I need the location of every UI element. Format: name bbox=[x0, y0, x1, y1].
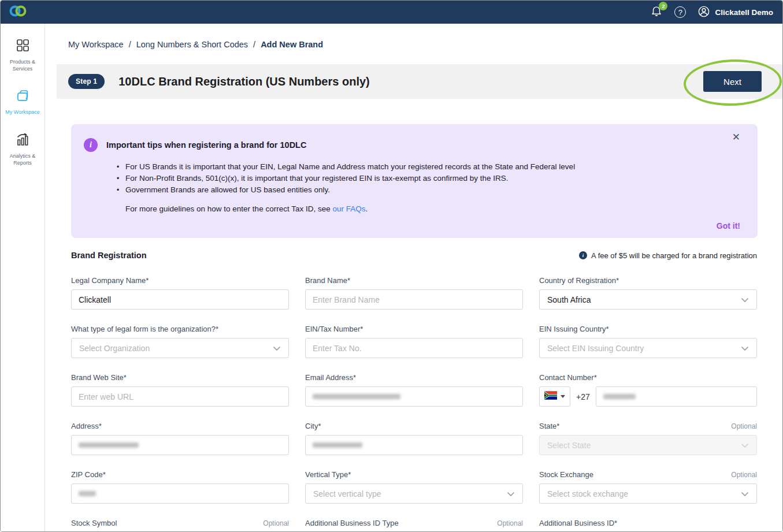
avatar-icon bbox=[697, 5, 710, 20]
select-placeholder: Select State bbox=[547, 441, 591, 450]
field-stock-symbol: Stock Symbol Optional bbox=[71, 519, 289, 531]
contact-number-input[interactable] bbox=[596, 386, 757, 407]
brand-name-input[interactable] bbox=[305, 289, 523, 310]
select-placeholder: Select vertical type bbox=[313, 489, 381, 498]
field-additional-business-id: Additional Business ID* bbox=[539, 519, 757, 531]
left-sidebar: Products & Services My Workspace bbox=[1, 24, 45, 531]
sidebar-item-products-services[interactable]: Products & Services bbox=[1, 38, 44, 72]
banner-bullet: For US Brands it is important that your … bbox=[116, 161, 723, 173]
breadcrumb-my-workspace[interactable]: My Workspace bbox=[68, 40, 124, 49]
chevron-down-icon bbox=[741, 344, 749, 353]
field-state: State* Optional Select State bbox=[539, 422, 757, 455]
dial-code: +27 bbox=[576, 392, 590, 401]
redacted-value bbox=[79, 491, 96, 496]
stock-exchange-select[interactable]: Select stock exchange bbox=[539, 483, 757, 504]
notification-count-badge: 2 bbox=[659, 2, 667, 10]
grid-icon bbox=[15, 38, 31, 55]
legal-company-name-input[interactable] bbox=[71, 289, 289, 310]
top-navigation-bar: 2 ? Clickatell Demo bbox=[1, 1, 782, 24]
breadcrumb-long-numbers[interactable]: Long Numbers & Short Codes bbox=[136, 40, 248, 49]
banner-bullet-list: For US Brands it is important that your … bbox=[116, 161, 723, 196]
south-africa-flag-icon bbox=[544, 391, 557, 402]
state-select[interactable]: Select State bbox=[539, 435, 757, 455]
field-label: Brand Web Site* bbox=[71, 373, 127, 382]
field-label: Stock Symbol bbox=[71, 519, 117, 527]
address-input[interactable] bbox=[71, 435, 289, 455]
banner-footer-text: For more guidelines on how to enter the … bbox=[125, 204, 723, 213]
field-label: Stock Exchange bbox=[539, 470, 593, 479]
field-city: City* bbox=[305, 422, 523, 455]
field-label: EIN/Tax Number* bbox=[305, 325, 363, 333]
field-label: Brand Name* bbox=[305, 276, 350, 285]
page-title: 10DLC Brand Registration (US Numbers onl… bbox=[118, 75, 370, 88]
select-placeholder: Select stock exchange bbox=[547, 489, 628, 498]
faqs-link[interactable]: our FAQs bbox=[332, 204, 365, 213]
legal-form-select[interactable]: Select Organization bbox=[71, 338, 289, 358]
field-label: ZIP Code* bbox=[71, 470, 106, 479]
breadcrumb-current-page: Add New Brand bbox=[261, 40, 323, 49]
field-address: Address* bbox=[71, 422, 289, 455]
vertical-type-select[interactable]: Select vertical type bbox=[305, 483, 523, 504]
sidebar-item-label: My Workspace bbox=[5, 109, 39, 116]
notifications-bell-icon[interactable]: 2 bbox=[650, 5, 663, 20]
ein-issuing-country-select[interactable]: Select EIN Issuing Country bbox=[539, 338, 757, 358]
field-legal-form: What type of legal form is the organizat… bbox=[71, 325, 289, 358]
user-menu[interactable]: Clickatell Demo bbox=[697, 5, 773, 20]
zip-code-input[interactable] bbox=[71, 483, 289, 504]
optional-tag: Optional bbox=[731, 422, 757, 430]
got-it-link[interactable]: Got it! bbox=[717, 221, 740, 230]
step-badge: Step 1 bbox=[68, 74, 105, 89]
chevron-down-icon bbox=[741, 295, 749, 304]
field-legal-company-name: Legal Company Name* bbox=[71, 276, 289, 310]
fee-info-icon: i bbox=[579, 251, 587, 259]
redacted-value bbox=[603, 394, 636, 399]
select-placeholder: Select Organization bbox=[79, 344, 150, 353]
redacted-value bbox=[79, 442, 139, 448]
field-contact-number: Contact Number* bbox=[539, 373, 757, 407]
chevron-down-icon bbox=[273, 344, 281, 353]
chevron-down-icon bbox=[741, 441, 749, 450]
field-label: State* bbox=[539, 422, 559, 430]
field-label: Additional Business ID Type bbox=[305, 519, 399, 527]
ein-tax-number-input[interactable] bbox=[305, 338, 523, 358]
selected-value: South Africa bbox=[547, 295, 591, 304]
sidebar-item-label: Products & Services bbox=[1, 59, 44, 72]
chart-icon bbox=[15, 132, 31, 150]
field-brand-web-site: Brand Web Site* bbox=[71, 373, 289, 407]
redacted-value bbox=[313, 394, 400, 399]
optional-tag: Optional bbox=[263, 519, 289, 527]
sidebar-item-analytics-reports[interactable]: Analytics & Reports bbox=[1, 132, 44, 166]
redacted-value bbox=[313, 442, 362, 448]
banner-bullet: For Non-Profit Brands, 501(c)(x), it is … bbox=[116, 173, 723, 184]
help-icon[interactable]: ? bbox=[674, 6, 686, 18]
breadcrumb-separator: / bbox=[253, 40, 255, 49]
email-address-input[interactable] bbox=[305, 386, 523, 407]
sidebar-item-label: Analytics & Reports bbox=[1, 153, 44, 166]
sidebar-item-my-workspace[interactable]: My Workspace bbox=[1, 88, 44, 116]
field-ein-issuing-country: EIN Issuing Country* Select EIN Issuing … bbox=[539, 325, 757, 358]
city-input[interactable] bbox=[305, 435, 523, 455]
next-button[interactable]: Next bbox=[703, 71, 762, 92]
optional-tag: Optional bbox=[731, 471, 757, 479]
brand-web-site-input[interactable] bbox=[71, 386, 289, 407]
select-placeholder: Select EIN Issuing Country bbox=[547, 344, 644, 353]
close-icon[interactable]: ✕ bbox=[732, 132, 740, 142]
breadcrumb: My Workspace / Long Numbers & Short Code… bbox=[68, 40, 782, 49]
field-label: Contact Number* bbox=[539, 373, 597, 382]
optional-tag: Optional bbox=[497, 519, 523, 527]
field-label: Email Address* bbox=[305, 373, 356, 382]
field-label: Address* bbox=[71, 422, 102, 430]
caret-down-icon bbox=[561, 395, 565, 398]
info-icon: i bbox=[84, 138, 98, 152]
field-country-of-registration: Country of Registration* South Africa bbox=[539, 276, 757, 310]
country-of-registration-select[interactable]: South Africa bbox=[539, 289, 757, 310]
chevron-down-icon bbox=[741, 489, 749, 498]
chevron-down-icon bbox=[507, 489, 515, 498]
banner-title: Important tips when registering a brand … bbox=[106, 138, 306, 152]
field-ein-tax-number: EIN/Tax Number* bbox=[305, 325, 523, 358]
country-flag-select[interactable] bbox=[539, 386, 570, 407]
clickatell-logo-icon[interactable] bbox=[8, 4, 28, 20]
field-label: Vertical Type* bbox=[305, 470, 351, 479]
banner-bullet: Government Brands are allowed for US bas… bbox=[116, 184, 723, 196]
fee-note: i A fee of $5 will be charged for a bran… bbox=[579, 251, 757, 260]
